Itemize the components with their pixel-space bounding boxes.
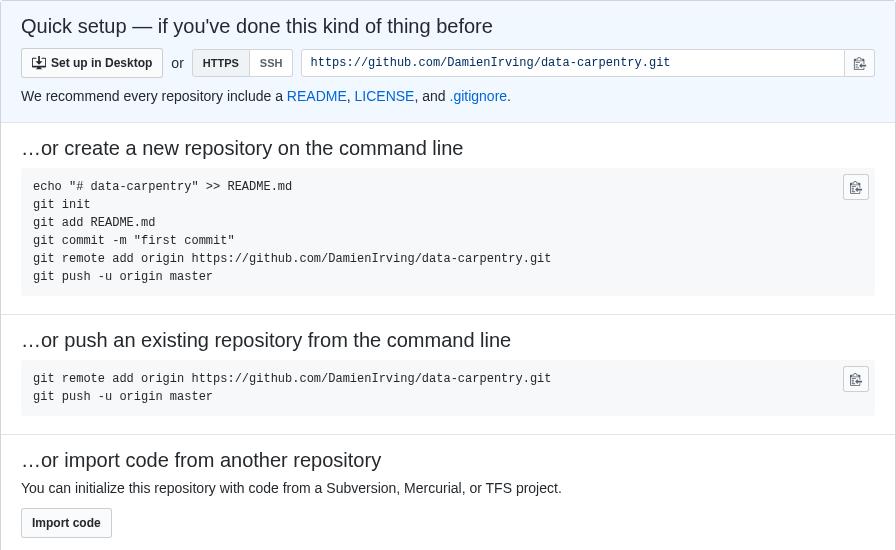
gitignore-link[interactable]: .gitignore — [450, 88, 508, 104]
push-repo-title: …or push an existing repository from the… — [21, 329, 875, 352]
copy-push-button[interactable] — [843, 366, 869, 392]
create-repo-section: …or create a new repository on the comma… — [1, 123, 895, 315]
clipboard-icon — [850, 180, 862, 194]
quick-setup-title: Quick setup — if you've done this kind o… — [21, 15, 875, 38]
copy-url-button[interactable] — [845, 49, 875, 77]
setup-in-desktop-button[interactable]: Set up in Desktop — [21, 48, 163, 78]
import-title: …or import code from another repository — [21, 449, 875, 472]
protocol-tabs: HTTPS SSH — [192, 49, 294, 77]
push-repo-section: …or push an existing repository from the… — [1, 315, 895, 435]
push-codeblock-wrap: git remote add origin https://github.com… — [21, 360, 875, 416]
tab-ssh[interactable]: SSH — [250, 49, 294, 77]
import-code-label: Import code — [32, 513, 101, 533]
readme-link[interactable]: README — [287, 88, 347, 104]
tab-https[interactable]: HTTPS — [192, 49, 250, 77]
create-codeblock[interactable]: echo "# data-carpentry" >> README.md git… — [21, 168, 875, 296]
license-link[interactable]: LICENSE — [355, 88, 415, 104]
copy-create-button[interactable] — [843, 174, 869, 200]
recommendation-line: We recommend every repository include a … — [21, 88, 875, 104]
import-code-button[interactable]: Import code — [21, 508, 112, 538]
quick-setup-section: Quick setup — if you've done this kind o… — [1, 1, 895, 123]
create-codeblock-wrap: echo "# data-carpentry" >> README.md git… — [21, 168, 875, 296]
desktop-download-icon — [32, 56, 46, 70]
clone-row: Set up in Desktop or HTTPS SSH — [21, 48, 875, 78]
clipboard-icon — [850, 372, 862, 386]
import-section: …or import code from another repository … — [1, 435, 895, 550]
or-text: or — [171, 55, 183, 71]
import-desc: You can initialize this repository with … — [21, 480, 875, 496]
push-codeblock[interactable]: git remote add origin https://github.com… — [21, 360, 875, 416]
empty-repo-box: Quick setup — if you've done this kind o… — [0, 0, 896, 550]
create-repo-title: …or create a new repository on the comma… — [21, 137, 875, 160]
clone-url-wrap — [301, 49, 875, 77]
clipboard-icon — [853, 56, 867, 70]
setup-in-desktop-label: Set up in Desktop — [51, 53, 152, 73]
clone-url-input[interactable] — [301, 49, 845, 77]
